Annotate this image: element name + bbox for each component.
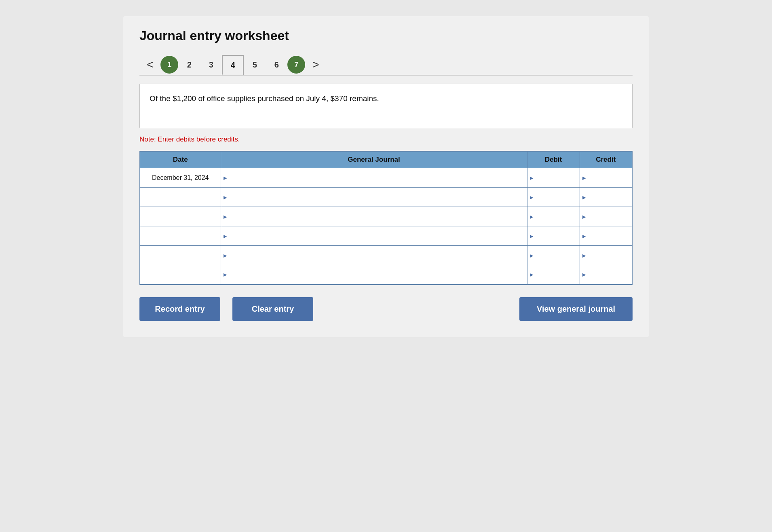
journal-input-1[interactable] [221,188,527,207]
debit-cell-3[interactable] [527,226,580,246]
debit-cell-4[interactable] [527,246,580,265]
journal-input-0[interactable] [221,168,527,187]
nav-item-2[interactable]: 2 [178,55,200,75]
table-row: December 31, 2024 [140,168,632,188]
nav-item-5[interactable]: 5 [244,55,266,75]
debit-input-3[interactable] [527,226,580,245]
date-cell-0: December 31, 2024 [140,168,221,188]
buttons-row: Record entry Clear entry View general jo… [139,297,633,321]
journal-cell-5[interactable] [221,265,527,285]
journal-cell-3[interactable] [221,226,527,246]
table-row [140,188,632,207]
debit-cell-2[interactable] [527,207,580,226]
header-journal: General Journal [221,151,527,168]
header-credit: Credit [580,151,632,168]
journal-cell-0[interactable] [221,168,527,188]
date-cell-4 [140,246,221,265]
nav-item-3[interactable]: 3 [200,55,222,75]
record-entry-button[interactable]: Record entry [139,297,220,321]
table-row [140,246,632,265]
navigation-row: < 1 2 3 4 5 6 7 > [139,55,633,76]
next-button[interactable]: > [305,59,326,70]
journal-input-5[interactable] [221,265,527,284]
journal-input-3[interactable] [221,226,527,245]
nav-item-1[interactable]: 1 [160,56,178,74]
debit-input-0[interactable] [527,168,580,187]
credit-input-4[interactable] [580,246,632,265]
journal-cell-1[interactable] [221,188,527,207]
date-cell-2 [140,207,221,226]
credit-cell-0[interactable] [580,168,632,188]
journal-table: Date General Journal Debit Credit Decemb… [139,151,633,285]
date-cell-5 [140,265,221,285]
view-general-journal-button[interactable]: View general journal [519,297,633,321]
credit-input-5[interactable] [580,265,632,284]
credit-input-2[interactable] [580,207,632,226]
credit-input-3[interactable] [580,226,632,245]
worksheet-container: Journal entry worksheet < 1 2 3 4 5 6 7 … [123,16,649,337]
nav-item-7[interactable]: 7 [287,56,305,74]
debit-input-5[interactable] [527,265,580,284]
date-cell-1 [140,188,221,207]
journal-input-4[interactable] [221,246,527,265]
credit-input-1[interactable] [580,188,632,207]
credit-input-0[interactable] [580,168,632,187]
debit-input-2[interactable] [527,207,580,226]
table-row [140,207,632,226]
debit-cell-5[interactable] [527,265,580,285]
table-row [140,226,632,246]
credit-cell-2[interactable] [580,207,632,226]
credit-cell-1[interactable] [580,188,632,207]
nav-item-6[interactable]: 6 [266,55,287,75]
nav-item-4[interactable]: 4 [222,55,244,75]
credit-cell-5[interactable] [580,265,632,285]
journal-input-2[interactable] [221,207,527,226]
debit-input-1[interactable] [527,188,580,207]
prev-button[interactable]: < [139,59,160,70]
debit-cell-1[interactable] [527,188,580,207]
table-row [140,265,632,285]
note-text: Note: Enter debits before credits. [139,135,633,144]
date-cell-3 [140,226,221,246]
credit-cell-3[interactable] [580,226,632,246]
clear-entry-button[interactable]: Clear entry [232,297,313,321]
description-text: Of the $1,200 of office supplies purchas… [150,94,379,103]
journal-cell-4[interactable] [221,246,527,265]
page-title: Journal entry worksheet [139,28,633,43]
header-date: Date [140,151,221,168]
journal-cell-2[interactable] [221,207,527,226]
debit-input-4[interactable] [527,246,580,265]
debit-cell-0[interactable] [527,168,580,188]
header-debit: Debit [527,151,580,168]
description-box: Of the $1,200 of office supplies purchas… [139,84,633,128]
credit-cell-4[interactable] [580,246,632,265]
